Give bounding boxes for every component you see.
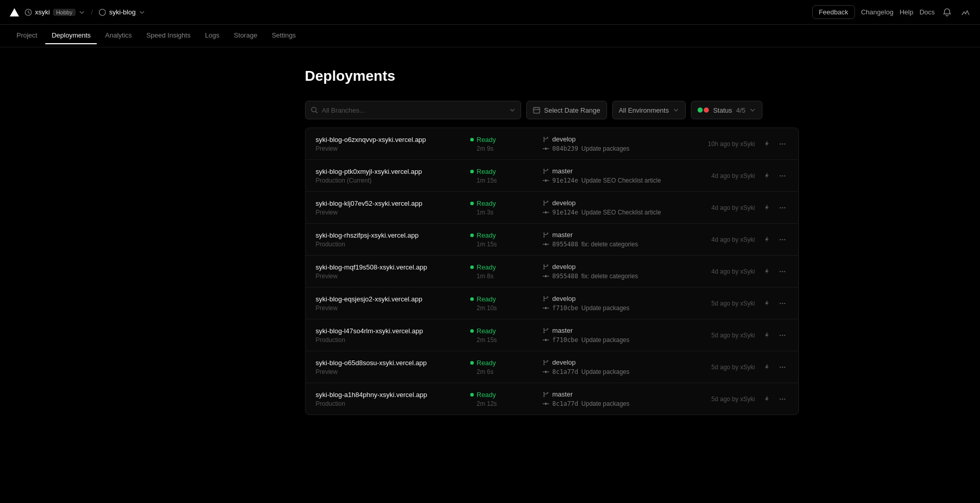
deploy-instant-button[interactable] [760,330,772,341]
docs-link[interactable]: Docs [919,8,935,16]
status-label: Ready [477,136,496,143]
deploy-instant-button[interactable] [760,170,772,182]
svg-point-62 [547,392,548,393]
svg-point-16 [781,175,783,176]
commit-info: 91e124e Update SEO Checklist article [542,177,685,184]
deploy-info: syki-blog-mqf19s508-xsyki.vercel.app Pre… [316,263,470,280]
deploy-instant-button[interactable] [760,138,772,150]
deployment-row[interactable]: syki-blog-ptk0xmyjl-xsyki.vercel.app Pro… [306,160,798,192]
help-link[interactable]: Help [900,8,914,16]
deployment-row[interactable]: syki-blog-o65d8sosu-xsyki.vercel.app Pre… [306,351,798,383]
commit-hash: 8c1a77d [553,368,579,375]
deployment-row[interactable]: syki-blog-eqsjesjo2-xsyki.vercel.app Pre… [306,288,798,319]
speed-icon-button[interactable] [959,6,972,19]
svg-point-2 [311,107,316,112]
subnav-deployments[interactable]: Deployments [45,27,97,44]
status-dot [470,170,474,173]
deploy-info: syki-blog-o65d8sosu-xsyki.vercel.app Pre… [316,359,470,375]
time-ago: 4d ago by xSyki [711,236,755,243]
deploy-instant-button[interactable] [760,234,772,245]
svg-point-61 [543,396,545,397]
svg-point-28 [544,243,546,245]
feedback-button[interactable]: Feedback [812,5,855,19]
branch-label: develop [553,295,576,302]
deploy-more-button[interactable] [777,393,788,405]
commit-msg: fix: delete categories [581,273,638,280]
deploy-instant-button[interactable] [760,362,772,373]
commit-hash: f710cbe [553,336,579,344]
deployment-row[interactable]: syki-blog-klj07ev52-xsyki.vercel.app Pre… [306,192,798,224]
deploy-more-button[interactable] [777,234,788,245]
deployment-row[interactable]: syki-blog-mqf19s508-xsyki.vercel.app Pre… [306,256,798,288]
deploy-more-button[interactable] [777,202,788,213]
commit-info: 8955488 fix: delete categories [542,273,685,280]
notifications-button[interactable] [941,6,953,19]
deploy-meta: 4d ago by xSyki [685,170,788,182]
deployment-row[interactable]: syki-blog-a1h84phny-xsyki.vercel.app Pro… [306,383,798,415]
date-range-filter[interactable]: Select Date Range [526,101,607,119]
deploy-url[interactable]: syki-blog-l47so4rlm-xsyki.vercel.app [316,327,423,335]
commit-msg: Update packages [581,400,629,407]
subnav-analytics[interactable]: Analytics [99,27,138,44]
git-commit-icon [542,336,549,344]
status-ready: Ready [470,200,542,207]
deployment-row[interactable]: syki-blog-l47so4rlm-xsyki.vercel.app Pro… [306,319,798,351]
svg-point-27 [547,232,548,234]
branch-label: master [553,167,573,175]
deploy-url[interactable]: syki-blog-ptk0xmyjl-xsyki.vercel.app [316,168,422,175]
repo-selector[interactable]: syki-blog [99,8,145,16]
deploy-url[interactable]: syki-blog-o6zxnqvvp-xsyki.vercel.app [316,136,426,143]
subnav-storage[interactable]: Storage [228,27,264,44]
deploy-more-button[interactable] [777,138,788,150]
project-selector[interactable]: xsyki Hobby [25,8,85,16]
deploy-url[interactable]: syki-blog-a1h84phny-xsyki.vercel.app [316,391,427,399]
deploy-url[interactable]: syki-blog-rhszifpsj-xsyki.vercel.app [316,231,419,239]
deploy-instant-button[interactable] [760,393,772,405]
page-content: Deployments Select Date Range All Enviro… [161,47,819,436]
subnav-speed-insights[interactable]: Speed Insights [140,27,197,44]
changelog-link[interactable]: Changelog [861,8,894,16]
deploy-meta: 5d ago by xSyki [685,393,788,405]
deployment-row[interactable]: syki-blog-rhszifpsj-xsyki.vercel.app Pro… [306,224,798,256]
topbar-separator: / [91,8,93,16]
deploy-more-button[interactable] [777,266,788,277]
deploy-more-button[interactable] [777,170,788,182]
deploy-more-button[interactable] [777,362,788,373]
svg-point-17 [784,175,786,176]
svg-point-51 [781,334,783,336]
deploy-instant-button[interactable] [760,266,772,277]
deploy-url[interactable]: syki-blog-mqf19s508-xsyki.vercel.app [316,263,427,271]
status-ready: Ready [470,391,542,399]
deploy-branch: develop 8c1a77d Update packages [542,358,685,375]
subnav-settings[interactable]: Settings [265,27,302,44]
environment-filter[interactable]: All Environments [612,101,686,119]
deploy-instant-button[interactable] [760,298,772,309]
status-filter[interactable]: Status 4/5 [691,101,762,119]
svg-point-52 [784,334,786,336]
deploy-more-button[interactable] [777,330,788,341]
deployment-row[interactable]: syki-blog-o6zxnqvvp-xsyki.vercel.app Pre… [306,128,798,160]
status-dot [470,265,474,269]
status-label: Ready [477,168,496,175]
svg-point-1 [99,9,105,15]
svg-point-22 [779,207,781,208]
subnav-logs[interactable]: Logs [199,27,225,44]
deploy-url[interactable]: syki-blog-klj07ev52-xsyki.vercel.app [316,200,422,207]
branch-search-input[interactable] [322,106,505,114]
deploy-duration: 1m 15s [470,177,542,184]
deploy-status: Ready 2m 15s [470,327,542,344]
svg-point-64 [779,398,781,400]
svg-point-36 [779,271,781,272]
time-ago: 4d ago by xSyki [711,172,755,179]
time-ago: 5d ago by xSyki [711,332,755,339]
subnav-project[interactable]: Project [10,27,43,44]
branch-search[interactable] [305,101,521,119]
deploy-instant-button[interactable] [760,202,772,213]
deploy-more-button[interactable] [777,298,788,309]
deploy-type: Preview [316,304,470,312]
deploy-url[interactable]: syki-blog-o65d8sosu-xsyki.vercel.app [316,359,427,367]
svg-point-58 [781,366,783,368]
deploy-url[interactable]: syki-blog-eqsjesjo2-xsyki.vercel.app [316,295,422,303]
commit-hash: 91e124e [553,209,579,216]
git-branch-icon [542,263,549,271]
